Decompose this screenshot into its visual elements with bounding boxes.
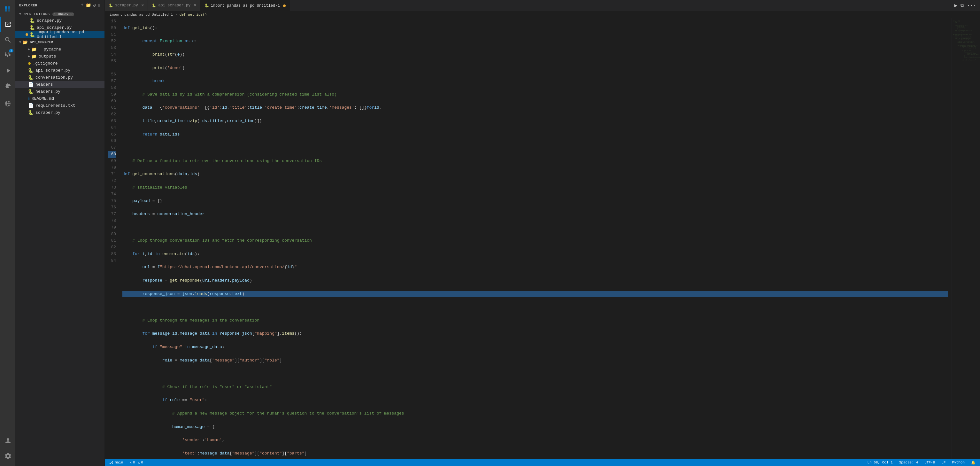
- statusbar-branch[interactable]: ⎇ main: [108, 461, 124, 465]
- open-editor-untitled[interactable]: 🐍 import pandas as pd Untitled-1: [15, 31, 105, 38]
- file-readme[interactable]: ℹ README.md: [15, 95, 105, 102]
- scraper-icon: 🐍: [28, 110, 33, 115]
- activity-item-settings[interactable]: [0, 448, 15, 463]
- sidebar-header-actions: + 📁 ↺ ⊟: [81, 3, 101, 8]
- open-editor-api-scraper-label: api_scraper.py: [37, 25, 72, 30]
- activity-item-explorer[interactable]: [0, 17, 15, 32]
- activity-item-accounts[interactable]: [0, 433, 15, 448]
- svg-rect-1: [8, 6, 10, 9]
- new-folder-btn[interactable]: 📁: [86, 3, 91, 8]
- api-scraper-icon: 🐍: [28, 68, 33, 73]
- python-icon: 🐍: [29, 18, 35, 23]
- new-file-btn[interactable]: +: [81, 3, 84, 8]
- statusbar-errors[interactable]: ✕ 0 ⚠ 0: [128, 461, 144, 465]
- statusbar-right: Ln 68, Col 1 Spaces: 4 UTF-8 LF Python 🔔: [866, 461, 977, 465]
- statusbar-language[interactable]: Python: [951, 461, 966, 464]
- split-editor-btn[interactable]: ⧉: [961, 3, 964, 8]
- feedback-icon: 🔔: [971, 461, 975, 465]
- file-api-scraper[interactable]: 🐍 api_scraper.py: [15, 67, 105, 74]
- activity-item-source-control[interactable]: 1: [0, 47, 15, 63]
- svg-rect-0: [5, 6, 7, 9]
- sidebar-title: EXPLORER: [19, 3, 37, 7]
- tab-api-scraper-close[interactable]: ×: [194, 3, 196, 8]
- pycache-chevron: ▶: [28, 47, 30, 51]
- open-editors-header[interactable]: ▼ OPEN EDITORS 1 unsaved: [15, 11, 105, 17]
- requirements-label: requirements.txt: [35, 103, 75, 108]
- folder-pycache[interactable]: ▶ 📁 __pycache__: [15, 46, 105, 53]
- editor-area: 🐍 scraper.py × 🐍 api_scraper.py × 🐍 impo…: [105, 0, 980, 466]
- open-editor-scraper-label: scraper.py: [37, 18, 62, 23]
- unsaved-dot: [25, 33, 28, 36]
- folder-section: ▼ 📂 GPT_SCRAPER ▶ 📁 __pycache__ ▶ 📁 outp…: [15, 39, 105, 116]
- api-scraper-label: api_scraper.py: [35, 68, 70, 73]
- statusbar-encoding[interactable]: UTF-8: [923, 461, 936, 464]
- file-scraper[interactable]: 🐍 scraper.py: [15, 109, 105, 116]
- activity-item-search[interactable]: [0, 32, 15, 47]
- gitignore-icon: ⚙: [28, 61, 31, 66]
- breadcrumb-function[interactable]: def get_ids():: [180, 13, 209, 17]
- outputs-chevron: ▶: [28, 54, 30, 58]
- code-content[interactable]: def get_ids(): except Exception as e: pr…: [119, 18, 951, 459]
- file-headers[interactable]: 📄 headers: [15, 81, 105, 88]
- activity-bar: 1: [0, 0, 15, 466]
- tab-untitled-label: import pandas as pd Untitled-1: [211, 3, 280, 8]
- collapse-btn[interactable]: ⊟: [98, 3, 101, 8]
- open-editors-section: ▼ OPEN EDITORS 1 unsaved 🐍 scraper.py 🐍 …: [15, 11, 105, 39]
- branch-label: main: [115, 461, 123, 464]
- encoding-label: UTF-8: [924, 461, 935, 464]
- scraper-label: scraper.py: [35, 110, 60, 115]
- statusbar-line-ending[interactable]: LF: [940, 461, 947, 464]
- readme-label: README.md: [32, 96, 54, 101]
- tab-api-scraper-label: api_scraper.py: [158, 3, 191, 8]
- activity-item-extensions[interactable]: [0, 78, 15, 93]
- activity-item-run[interactable]: [0, 63, 15, 78]
- breadcrumb: import pandas as pd Untitled-1 › def get…: [105, 11, 980, 18]
- open-editors-chevron: ▼: [19, 13, 21, 16]
- file-headers-py[interactable]: 🐍 headers.py: [15, 88, 105, 95]
- line-col-label: Ln 68, Col 1: [867, 461, 893, 464]
- requirements-icon: 📄: [28, 103, 33, 108]
- tab-api-scraper[interactable]: 🐍 api_scraper.py ×: [148, 0, 200, 11]
- breadcrumb-filename[interactable]: import pandas as pd Untitled-1: [110, 13, 173, 17]
- file-requirements[interactable]: 📄 requirements.txt: [15, 102, 105, 109]
- python-icon-3: 🐍: [29, 32, 35, 37]
- open-editors-label: OPEN EDITORS: [23, 12, 50, 16]
- language-label: Python: [952, 461, 965, 464]
- minimap: def get_ids(): try: ... except Exception…: [951, 18, 980, 459]
- tabbar: 🐍 scraper.py × 🐍 api_scraper.py × 🐍 impo…: [105, 0, 980, 11]
- line-ending-label: LF: [941, 461, 945, 464]
- tab-scraper-close[interactable]: ×: [141, 3, 144, 8]
- open-editors-badge: 1 unsaved: [52, 13, 75, 16]
- tab-untitled-icon: 🐍: [205, 3, 209, 8]
- error-icon: ✕: [129, 461, 132, 465]
- activity-item-remote[interactable]: [0, 96, 15, 111]
- refresh-btn[interactable]: ↺: [93, 3, 96, 8]
- run-button[interactable]: ▶: [955, 2, 958, 9]
- file-gitignore[interactable]: ⚙ .gitignore: [15, 60, 105, 67]
- statusbar: ⎇ main ✕ 0 ⚠ 0 Ln 68, Col 1 Spaces: 4: [105, 459, 980, 466]
- statusbar-feedback[interactable]: 🔔: [970, 461, 977, 465]
- breadcrumb-sep: ›: [175, 13, 177, 17]
- code-editor[interactable]: 16 50 51 52 53 54 55 56 57 58 59 60 61 6…: [105, 18, 951, 459]
- tab-untitled[interactable]: 🐍 import pandas as pd Untitled-1: [200, 0, 290, 11]
- file-conversation[interactable]: 🐍 conversation.py: [15, 74, 105, 81]
- branch-icon: ⎇: [109, 461, 113, 465]
- folder-icon: 📂: [22, 40, 28, 45]
- tab-scraper[interactable]: 🐍 scraper.py ×: [105, 0, 148, 11]
- svg-rect-2: [5, 9, 7, 11]
- python-icon-2: 🐍: [29, 25, 35, 30]
- statusbar-spaces[interactable]: Spaces: 4: [898, 461, 919, 464]
- tab-untitled-dot: [283, 5, 286, 7]
- folder-gpt-scraper[interactable]: ▼ 📂 GPT_SCRAPER: [15, 39, 105, 46]
- statusbar-line-col[interactable]: Ln 68, Col 1: [866, 461, 894, 464]
- statusbar-left: ⎇ main ✕ 0 ⚠ 0: [108, 461, 145, 465]
- open-editor-scraper[interactable]: 🐍 scraper.py: [15, 17, 105, 24]
- folder-outputs[interactable]: ▶ 📁 outputs: [15, 53, 105, 60]
- minimap-content: def get_ids(): try: ... except Exception…: [951, 18, 980, 64]
- spaces-label: Spaces: 4: [899, 461, 918, 464]
- tab-api-scraper-icon: 🐍: [152, 3, 156, 8]
- more-options-btn[interactable]: ···: [967, 3, 976, 8]
- outputs-label: outputs: [39, 54, 56, 59]
- source-control-badge: 1: [9, 49, 13, 52]
- headers-py-icon: 🐍: [28, 89, 33, 94]
